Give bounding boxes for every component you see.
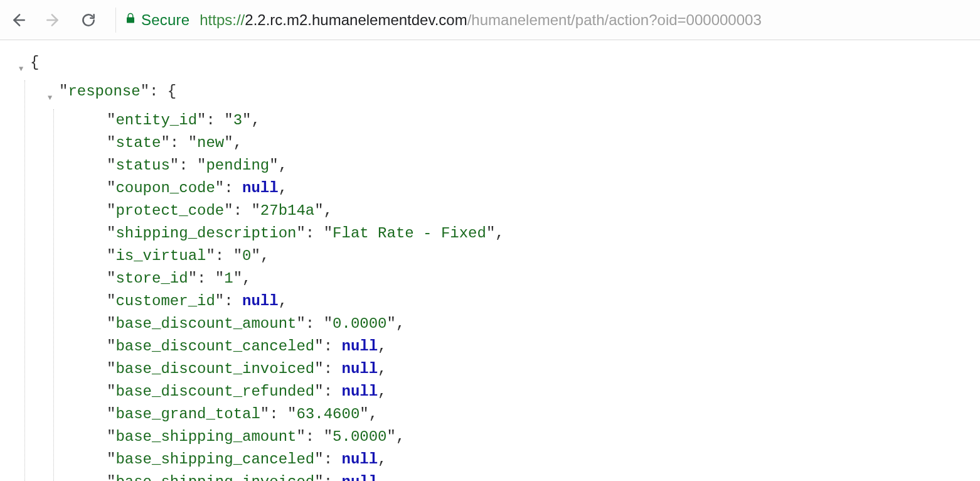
json-value: 0	[242, 247, 251, 264]
json-value: null	[341, 338, 378, 355]
forward-button[interactable]	[45, 12, 61, 28]
json-key: base_discount_canceled	[115, 338, 314, 355]
json-value: new	[197, 134, 224, 151]
json-field-row: "base_discount_refunded": null,	[107, 381, 980, 403]
json-key: base_discount_invoiced	[115, 360, 314, 377]
json-key: base_shipping_amount	[115, 428, 296, 445]
json-field-row: "coupon_code": null,	[107, 177, 980, 200]
json-key: store_id	[115, 270, 188, 287]
json-field-row: "base_discount_amount": "0.0000",	[107, 313, 980, 335]
nav-buttons	[10, 12, 97, 28]
reload-button[interactable]	[80, 12, 97, 28]
json-value: 63.4600	[296, 406, 360, 423]
json-value: null	[341, 451, 378, 468]
json-key: protect_code	[115, 202, 224, 219]
response-key-line: "response": {	[59, 80, 176, 103]
json-value: 27b14a	[260, 202, 314, 219]
json-viewer: ▼ { ▼ "response": { "entity_id": "3","st…	[0, 40, 980, 481]
address-bar[interactable]: Secure https://2.2.rc.m2.humanelementdev…	[115, 8, 970, 33]
json-value: 0.0000	[333, 315, 386, 332]
json-key: customer_id	[115, 293, 215, 310]
json-key: shipping_description	[115, 225, 296, 242]
secure-label: Secure	[141, 11, 189, 29]
json-key: is_virtual	[115, 247, 206, 264]
url-scheme: https://	[200, 11, 245, 29]
json-key: status	[115, 157, 169, 174]
tree-toggle-root[interactable]: ▼	[19, 51, 30, 80]
json-key: base_discount_refunded	[115, 383, 314, 400]
json-field-row: "state": "new",	[107, 132, 980, 154]
json-value: pending	[206, 157, 269, 174]
json-value: 5.0000	[333, 428, 386, 445]
json-key: base_shipping_invoiced	[115, 473, 314, 481]
root-brace: {	[30, 51, 39, 74]
json-key: base_shipping_canceled	[115, 451, 314, 468]
json-field-row: "status": "pending",	[107, 154, 980, 177]
json-key: state	[115, 134, 161, 151]
json-key: base_grand_total	[115, 406, 260, 423]
json-value: null	[341, 360, 378, 377]
json-field-row: "base_shipping_invoiced": null,	[107, 471, 980, 481]
json-field-row: "protect_code": "27b14a",	[107, 200, 980, 222]
json-field-row: "customer_id": null,	[107, 290, 980, 313]
json-field-row: "base_grand_total": "63.4600",	[107, 403, 980, 426]
json-field-row: "base_discount_canceled": null,	[107, 335, 980, 358]
json-value: null	[242, 293, 279, 310]
json-key: base_discount_amount	[115, 315, 296, 332]
tree-toggle-response[interactable]: ▼	[48, 80, 59, 109]
json-key: coupon_code	[115, 180, 215, 197]
json-value: null	[341, 383, 378, 400]
json-value: Flat Rate - Fixed	[333, 225, 486, 242]
url-host: 2.2.rc.m2.humanelementdev.com	[245, 11, 467, 29]
json-field-row: "store_id": "1",	[107, 268, 980, 290]
json-value: null	[341, 473, 378, 481]
lock-icon	[125, 11, 136, 29]
browser-toolbar: Secure https://2.2.rc.m2.humanelementdev…	[0, 0, 980, 40]
json-field-row: "base_shipping_amount": "5.0000",	[107, 426, 980, 448]
json-key: entity_id	[115, 112, 197, 129]
json-field-row: "base_shipping_canceled": null,	[107, 448, 980, 471]
json-value: 3	[233, 112, 242, 129]
json-field-row: "shipping_description": "Flat Rate - Fix…	[107, 222, 980, 245]
json-field-row: "is_virtual": "0",	[107, 245, 980, 268]
url-path: /humanelement/path/action?oid=000000003	[467, 11, 762, 29]
json-field-row: "entity_id": "3",	[107, 109, 980, 132]
secure-indicator: Secure	[125, 11, 189, 29]
json-value: 1	[224, 270, 233, 287]
json-value: null	[242, 180, 279, 197]
json-field-row: "base_discount_invoiced": null,	[107, 358, 980, 381]
back-button[interactable]	[10, 12, 26, 28]
